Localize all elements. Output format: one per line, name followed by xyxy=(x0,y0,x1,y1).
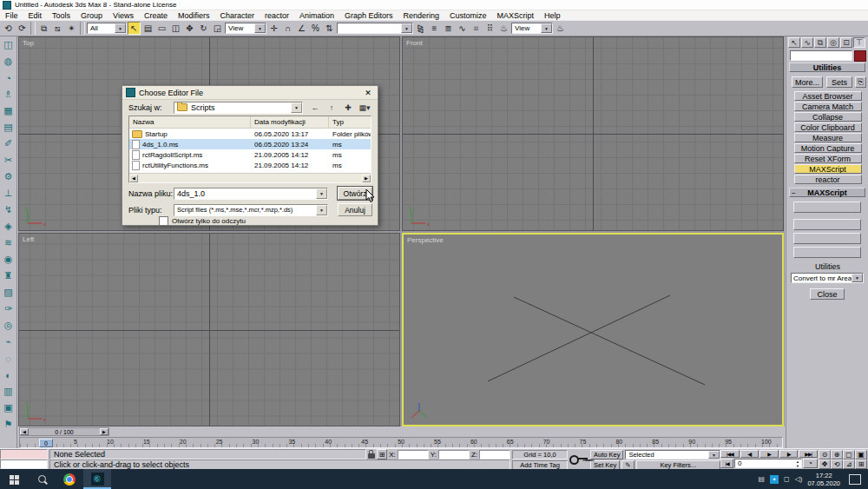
viewport-label[interactable]: Left xyxy=(23,235,34,243)
run-script-button[interactable] xyxy=(793,247,861,258)
menu-item[interactable]: Character xyxy=(214,11,260,20)
percent-snap-icon[interactable]: % xyxy=(309,22,322,35)
reactor-tool-icon[interactable]: ✐ xyxy=(2,135,16,152)
time-slider[interactable]: 0 xyxy=(39,439,53,447)
menu-item[interactable]: Group xyxy=(76,11,108,20)
open-listener-button[interactable] xyxy=(793,202,861,213)
create-tab-icon[interactable]: ↖ xyxy=(788,37,800,48)
reactor-tool-icon[interactable]: ⚙ xyxy=(2,169,16,185)
go-to-end-button[interactable]: ▶▶| xyxy=(799,450,818,458)
reactor-tool-icon[interactable]: ▤ xyxy=(2,119,16,135)
reactor-tool-icon[interactable]: ◉ xyxy=(2,251,16,268)
utility-button[interactable]: MAXScript xyxy=(794,164,862,174)
open-script-button[interactable] xyxy=(793,233,861,244)
dropdown-arrow-icon[interactable] xyxy=(852,274,863,282)
view-menu-icon[interactable]: ▦▾ xyxy=(358,102,372,114)
object-name-field[interactable] xyxy=(790,50,852,61)
redo-icon[interactable]: ⟳ xyxy=(16,22,29,35)
menu-item[interactable]: Tools xyxy=(47,11,76,20)
mirror-icon[interactable]: ⧎ xyxy=(414,22,427,35)
new-script-button[interactable] xyxy=(793,219,861,230)
timeline-ruler[interactable]: 0510152025303540455055606570758085909510… xyxy=(19,437,783,448)
render-scene-icon[interactable]: ♨ xyxy=(497,22,510,35)
zoom-all-icon[interactable]: ⊕ xyxy=(831,450,843,459)
utility-button[interactable]: Asset Browser xyxy=(794,91,862,101)
scroll-right-icon[interactable]: ▶ xyxy=(362,175,371,182)
utility-button[interactable]: reactor xyxy=(794,175,862,184)
reactor-tool-icon[interactable]: ⚑ xyxy=(2,416,16,433)
curve-editor-icon[interactable]: ∿ xyxy=(456,22,469,35)
maxscript-mini-listener[interactable] xyxy=(0,449,48,469)
snap-toggle-icon[interactable]: ∩ xyxy=(281,22,294,35)
file-name-combo[interactable]: 4ds_1.0 xyxy=(174,188,328,200)
window-crossing-icon[interactable]: ◫ xyxy=(169,22,182,35)
menu-item[interactable]: Customize xyxy=(444,11,492,20)
modify-tab-icon[interactable]: ∿ xyxy=(801,37,813,48)
new-folder-icon[interactable]: ✚ xyxy=(341,102,355,114)
key-mode-toggle-button[interactable]: |◀ xyxy=(720,459,733,468)
dropdown-arrow-icon[interactable] xyxy=(541,23,552,33)
reactor-tool-icon[interactable]: ▥ xyxy=(2,383,16,400)
taskbar-clock[interactable]: 17:22 07.05.2020 xyxy=(807,472,840,487)
previous-frame-button[interactable]: ◀| xyxy=(740,450,760,458)
dropdown-arrow-icon[interactable] xyxy=(401,23,412,33)
tray-volume-icon[interactable]: ◁) xyxy=(795,475,803,483)
maxscript-rollout-header[interactable]: −MAXScript xyxy=(789,188,865,197)
object-color-swatch[interactable] xyxy=(854,50,866,62)
file-type-combo[interactable]: Script files (*.ms,*.mse,*.mcr,*.mzp,*.d… xyxy=(174,204,328,216)
motion-tab-icon[interactable]: ◎ xyxy=(827,37,839,48)
utility-button[interactable]: Reset XForm xyxy=(794,154,862,163)
key-selection-dropdown[interactable]: Selected xyxy=(625,450,720,459)
reactor-tool-icon[interactable]: ◔ xyxy=(2,69,16,86)
notification-center-icon[interactable] xyxy=(849,474,861,485)
utility-button[interactable]: Camera Match xyxy=(794,102,862,111)
menu-item[interactable]: Edit xyxy=(23,11,48,20)
file-row[interactable]: rctUtilityFunctions.ms 21.09.2005 14:12 … xyxy=(129,160,372,170)
reactor-tool-icon[interactable]: ◎ xyxy=(2,317,16,334)
utilities-rollout-header[interactable]: Utilities xyxy=(789,63,865,72)
hierarchy-tab-icon[interactable]: ⧉ xyxy=(814,37,826,48)
rect-selection-region-icon[interactable]: ▭ xyxy=(155,22,168,35)
schematic-view-icon[interactable]: ⌗ xyxy=(470,22,483,35)
menu-item[interactable]: Graph Editors xyxy=(339,11,398,20)
select-link-icon[interactable]: ⧉ xyxy=(37,22,50,35)
track-scroll-right-icon[interactable]: ▶ xyxy=(100,428,108,435)
column-header[interactable]: Nazwa xyxy=(129,116,251,128)
display-tab-icon[interactable]: ⊡ xyxy=(840,37,852,48)
menu-item[interactable]: Help xyxy=(539,11,566,20)
utility-button[interactable]: Motion Capture xyxy=(794,143,862,153)
listener-macro-recorder[interactable] xyxy=(0,449,48,459)
dropdown-arrow-icon[interactable] xyxy=(316,188,327,199)
horizontal-scrollbar[interactable]: ◀ ▶ xyxy=(129,173,371,182)
back-icon[interactable]: ← xyxy=(308,102,322,114)
menu-item[interactable]: Rendering xyxy=(398,11,445,20)
reactor-tool-icon[interactable]: ≋ xyxy=(2,235,16,251)
zoom-extents-icon[interactable]: ▢ xyxy=(843,450,855,459)
reactor-tool-icon[interactable]: ⊥ xyxy=(2,185,16,202)
quick-render-icon[interactable]: ♨ xyxy=(554,22,567,35)
listener-input[interactable] xyxy=(0,459,48,470)
unlink-selection-icon[interactable]: ⧅ xyxy=(51,22,64,35)
read-only-checkbox[interactable] xyxy=(159,216,168,226)
reactor-tool-icon[interactable]: ◈ xyxy=(2,218,16,235)
reactor-tool-icon[interactable]: ◫ xyxy=(2,36,16,53)
utility-button[interactable]: Color Clipboard xyxy=(794,122,862,132)
start-button[interactable] xyxy=(0,469,28,489)
reactor-tool-icon[interactable]: ✂ xyxy=(2,152,16,169)
file-row[interactable]: Startup 06.05.2020 13:17 Folder plików xyxy=(129,129,372,139)
menu-item[interactable]: File xyxy=(0,11,23,20)
utilities-dropdown[interactable]: Convert to mr Area Li xyxy=(791,273,864,283)
select-scale-icon[interactable]: ◲ xyxy=(211,22,224,35)
menu-item[interactable]: MAXScript xyxy=(492,11,540,20)
auto-key-button[interactable]: Auto Key xyxy=(590,450,623,459)
viewport-front[interactable]: Front x y xyxy=(402,36,784,231)
menu-item[interactable]: reactor xyxy=(260,11,294,20)
taskbar-3dsmax-button[interactable]: ⑥ xyxy=(83,469,111,489)
render-type-dropdown[interactable]: View xyxy=(511,23,553,34)
taskbar-search-button[interactable] xyxy=(28,469,56,489)
dropdown-arrow-icon[interactable] xyxy=(115,23,126,33)
viewport-perspective[interactable]: Perspective xyxy=(402,233,784,426)
field-of-view-icon[interactable]: ⊿ xyxy=(843,459,855,469)
viewport-left[interactable]: Left x y xyxy=(18,233,400,426)
menu-item[interactable]: Create xyxy=(139,11,173,20)
